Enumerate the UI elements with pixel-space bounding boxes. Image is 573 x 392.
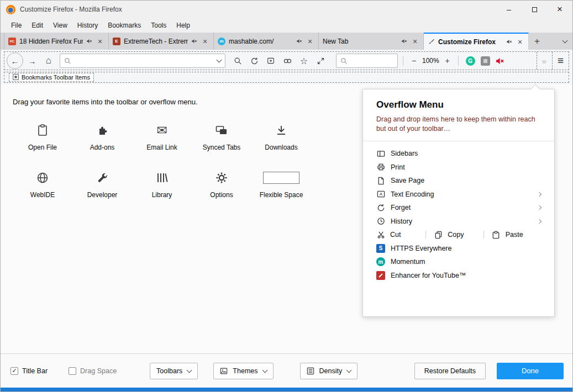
themes-dropdown[interactable]: Themes xyxy=(213,363,273,379)
reload-button[interactable] xyxy=(246,53,262,68)
hamburger-menu-button[interactable]: ≡ xyxy=(558,55,564,67)
restore-defaults-button[interactable]: Restore Defaults xyxy=(414,363,486,379)
zoom-out-button[interactable]: − xyxy=(408,54,419,68)
overflow-chevron-button[interactable]: » xyxy=(542,56,547,66)
toolbar-separator xyxy=(458,56,459,66)
palette-item-options[interactable]: Options xyxy=(192,170,251,199)
tab-close-icon[interactable]: × xyxy=(306,37,314,46)
tab-mute-icon[interactable] xyxy=(86,38,92,44)
copy-item[interactable]: Copy xyxy=(434,231,483,239)
tab-mashable[interactable]: m mashable.com/ × xyxy=(214,33,319,50)
palette-item-flexible-space[interactable]: Flexible Space xyxy=(251,170,311,199)
customize-area: Drag your favorite items into the toolba… xyxy=(1,84,572,353)
overflow-item-label: Enhancer for YouTube™ xyxy=(391,272,466,279)
grammarly-icon[interactable]: G xyxy=(466,56,475,66)
palette-item-addons[interactable]: Add-ons xyxy=(72,123,132,151)
palette-item-downloads[interactable]: Downloads xyxy=(251,123,311,151)
menu-tools[interactable]: Tools xyxy=(146,19,171,31)
search-icon xyxy=(340,57,348,65)
tab-close-icon[interactable]: × xyxy=(516,38,524,46)
menu-bar: File Edit View History Bookmarks Tools H… xyxy=(1,18,572,33)
overflow-item-label: Forget xyxy=(391,204,411,211)
overflow-item-enhancer-youtube[interactable]: Enhancer for YouTube™ xyxy=(376,268,541,282)
tab-mute-icon[interactable] xyxy=(401,38,407,44)
tab-extremetech[interactable]: E ExtremeTech - Extrem × xyxy=(109,33,214,50)
checkbox-checked-icon: ✓ xyxy=(10,367,18,375)
dropdown-label: Density xyxy=(319,367,343,375)
zoom-level[interactable]: 100% xyxy=(420,57,441,65)
minimize-button[interactable]: – xyxy=(496,1,522,18)
overflow-item-forget[interactable]: Forget xyxy=(376,201,541,215)
close-button[interactable]: × xyxy=(547,1,572,18)
tab-close-icon[interactable]: × xyxy=(201,37,209,46)
bookmark-star-button[interactable]: ☆ xyxy=(296,53,312,68)
mute-audio-icon[interactable] xyxy=(493,53,507,68)
overflow-item-history[interactable]: History xyxy=(376,214,541,228)
addons-icon xyxy=(96,123,109,138)
palette-item-webide[interactable]: WebIDE xyxy=(13,170,72,199)
title-bar-checkbox[interactable]: ✓ Title Bar xyxy=(10,367,48,375)
drag-space-checkbox[interactable]: Drag Space xyxy=(69,367,117,375)
extremetech-favicon: E xyxy=(113,38,120,45)
palette-item-label: Downloads xyxy=(265,144,297,151)
clipboard-label: Cut xyxy=(390,231,401,239)
palette-item-developer[interactable]: Developer xyxy=(72,170,132,199)
tab-label: mashable.com/ xyxy=(229,38,293,45)
url-bar[interactable] xyxy=(60,54,225,68)
toolbars-dropdown[interactable]: Toolbars xyxy=(150,363,198,379)
tab-new-tab[interactable]: New Tab × xyxy=(319,33,424,50)
menu-help[interactable]: Help xyxy=(171,19,195,31)
fullscreen-button[interactable] xyxy=(313,53,328,68)
search-field[interactable] xyxy=(336,54,398,68)
momentum-icon: m xyxy=(376,257,385,266)
new-tab-button[interactable]: + xyxy=(529,33,545,50)
done-button[interactable]: Done xyxy=(497,363,564,379)
palette-item-label: Open File xyxy=(28,144,57,151)
back-button[interactable]: ← xyxy=(7,52,23,69)
palette-item-library[interactable]: Library xyxy=(132,170,192,199)
extension-icon[interactable] xyxy=(481,56,490,66)
palette-item-email-link[interactable]: ✉ Email Link xyxy=(132,123,192,151)
enhancer-youtube-icon xyxy=(376,271,385,280)
all-tabs-chevron-button[interactable] xyxy=(557,33,572,50)
new-tab-toolbar-button[interactable] xyxy=(263,53,278,68)
overflow-item-print[interactable]: Print xyxy=(376,160,541,174)
chevron-down-icon[interactable] xyxy=(217,57,222,63)
tab-label: Customize Firefox xyxy=(438,38,503,46)
overflow-item-save-page[interactable]: Save Page xyxy=(376,174,541,188)
overflow-item-text-encoding[interactable]: A Text Encoding xyxy=(376,187,541,201)
home-button[interactable]: ⌂ xyxy=(41,53,56,68)
maximize-button[interactable] xyxy=(522,1,547,18)
tab-mute-icon[interactable] xyxy=(191,38,197,44)
menu-edit[interactable]: Edit xyxy=(27,19,48,31)
tab-customize-firefox-active[interactable]: Customize Firefox × xyxy=(424,33,529,50)
search-button[interactable] xyxy=(230,53,245,68)
submenu-chevron-icon xyxy=(537,219,542,223)
paste-item[interactable]: Paste xyxy=(492,231,541,239)
palette-item-open-file[interactable]: Open File xyxy=(13,123,72,151)
overflow-item-momentum[interactable]: m Momentum xyxy=(376,255,541,269)
overflow-item-sidebars[interactable]: Sidebars xyxy=(376,147,541,161)
tab-mute-icon[interactable] xyxy=(506,39,512,45)
palette-item-label: Add-ons xyxy=(90,144,115,151)
overflow-item-https-everywhere[interactable]: S HTTPS Everywhere xyxy=(376,241,541,255)
tab-mute-icon[interactable] xyxy=(296,38,302,44)
menu-file[interactable]: File xyxy=(6,19,27,31)
bookmarks-toolbar-items[interactable]: Bookmarks Toolbar Items xyxy=(9,73,94,82)
menu-history[interactable]: History xyxy=(72,19,103,31)
options-icon xyxy=(215,170,228,186)
cut-item[interactable]: Cut xyxy=(376,231,425,239)
overflow-item-label: Momentum xyxy=(391,258,425,266)
tab-pcworld[interactable]: PC 18 Hidden Firefox Fun × xyxy=(4,33,109,50)
library-icon xyxy=(155,170,169,186)
svg-text:A: A xyxy=(379,192,382,197)
tab-close-icon[interactable]: × xyxy=(96,37,104,46)
palette-item-synced-tabs[interactable]: Synced Tabs xyxy=(192,123,251,151)
density-dropdown[interactable]: Density xyxy=(300,363,358,379)
link-button[interactable] xyxy=(280,53,295,68)
forward-button[interactable]: → xyxy=(24,53,40,68)
tab-close-icon[interactable]: × xyxy=(411,37,419,46)
menu-view[interactable]: View xyxy=(48,19,72,31)
zoom-in-button[interactable]: + xyxy=(442,54,453,68)
menu-bookmarks[interactable]: Bookmarks xyxy=(103,19,146,31)
